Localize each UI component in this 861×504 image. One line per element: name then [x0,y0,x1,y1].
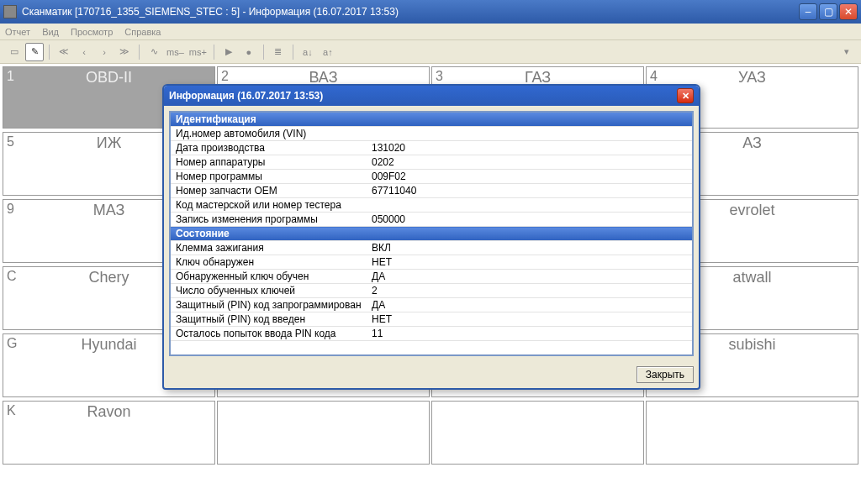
toolbar-first-icon[interactable]: ≪ [55,43,73,61]
info-key: Ид.номер автомобиля (VIN) [170,127,372,141]
info-value: НЕТ [372,255,693,270]
toolbar-right-icon[interactable]: ▾ [837,43,856,61]
brand-cell[interactable] [431,401,644,465]
toolbar-last-icon[interactable]: ≫ [115,43,134,61]
toolbar: ▭ ✎ ≪ ‹ › ≫ ∿ ms– ms+ ▶ ● ≣ a↓ a↑ ▾ [0,40,861,64]
dialog-titlebar: Информация (16.07.2017 13:53) ✕ [164,86,699,106]
toolbar-list-icon[interactable]: ≣ [269,43,288,61]
toolbar-separator [293,45,293,60]
info-table: Идентификация Ид.номер автомобиля (VIN)Д… [169,111,694,356]
info-key: Номер программы [170,170,372,184]
info-value: 11 [372,327,693,341]
toolbar-prev-icon[interactable]: ‹ [75,43,93,61]
toolbar-ms-minus-icon[interactable]: ms– [165,43,186,61]
toolbar-edit-icon[interactable]: ✎ [25,43,44,61]
info-key: Номер запчасти OEM [170,184,372,198]
app-icon [3,5,17,18]
info-key: Число обученных ключей [170,284,372,298]
info-value: 2 [372,284,693,298]
brand-cell[interactable] [646,401,858,465]
toolbar-play-icon[interactable]: ▶ [219,43,238,61]
window-close-button[interactable]: ✕ [839,3,858,20]
info-value [372,198,693,213]
toolbar-separator [49,45,50,60]
info-key: Код мастерской или номер тестера [170,198,372,213]
toolbar-separator [214,45,214,60]
toolbar-ms-plus-icon[interactable]: ms+ [188,43,209,61]
info-value: ДА [372,298,693,312]
info-key: Защитный (PIN) код запрограммирован [170,298,372,312]
info-row: Номер запчасти OEM 67711040 [170,184,693,198]
dialog-close-icon[interactable]: ✕ [677,88,694,103]
info-value: ВКЛ [372,241,693,255]
window-titlebar: Сканматик [170716_1355_SIEMENS_STEC : 5]… [0,0,861,24]
dialog-body: Идентификация Ид.номер автомобиля (VIN)Д… [164,106,699,361]
info-key: Запись изменения программы [170,213,372,227]
menu-report[interactable]: Отчет [5,27,30,37]
menu-help[interactable]: Справка [124,27,161,37]
info-value: 67711040 [372,184,693,198]
info-row: Номер программы009F02 [170,170,693,184]
info-row: Защитный (PIN) код введенНЕТ [170,312,693,327]
section-header-ident: Идентификация [170,112,693,127]
info-value [372,127,693,141]
info-row: Ид.номер автомобиля (VIN) [170,127,693,141]
info-row: Защитный (PIN) код запрограммированДА [170,298,693,312]
info-row: Дата производства131020 [170,141,693,155]
minimize-button[interactable]: – [799,3,817,20]
maximize-button[interactable]: ▢ [819,3,837,20]
info-key: Обнаруженный ключ обучен [170,270,372,284]
toolbar-font-inc-icon[interactable]: a↑ [319,43,337,61]
dialog-footer: Закрыть [164,361,699,388]
info-key: Клемма зажигания [170,241,372,255]
info-row: Клемма зажиганияВКЛ [170,241,693,255]
info-value: 0202 [372,155,693,170]
info-key: Ключ обнаружен [170,255,372,270]
window-title: Сканматик [170716_1355_SIEMENS_STEC : 5]… [22,6,797,18]
info-value: 131020 [372,141,693,155]
info-row: Обнаруженный ключ обученДА [170,270,693,284]
info-row: Код мастерской или номер тестера [170,198,693,213]
toolbar-doc-icon[interactable]: ▭ [5,43,24,61]
info-dialog: Информация (16.07.2017 13:53) ✕ Идентифи… [162,84,700,390]
toolbar-wave-icon[interactable]: ∿ [145,43,163,61]
menu-browse[interactable]: Просмотр [71,27,113,37]
section-header-state: Состояние [170,227,693,241]
toolbar-next-icon[interactable]: › [95,43,114,61]
toolbar-record-icon[interactable]: ● [240,43,258,61]
ms-label: ms [166,47,179,57]
ms-label: ms [189,47,202,57]
info-value: 009F02 [372,170,693,184]
toolbar-font-dec-icon[interactable]: a↓ [298,43,317,61]
info-row: Запись изменения программы050000 [170,213,693,227]
info-key: Дата производства [170,141,372,155]
cell-label: Ravon [3,403,214,421]
info-key: Осталось попыток ввода PIN кода [170,327,372,341]
toolbar-separator [139,45,140,60]
close-button[interactable]: Закрыть [637,366,694,383]
info-row: Число обученных ключей2 [170,284,693,298]
info-row: Номер аппаратуры0202 [170,155,693,170]
menu-bar: Отчет Вид Просмотр Справка [0,24,861,40]
toolbar-separator [263,45,264,60]
info-value: ДА [372,270,693,284]
info-key: Номер аппаратуры [170,155,372,170]
info-row: Осталось попыток ввода PIN кода11 [170,327,693,341]
menu-view[interactable]: Вид [42,27,59,37]
brand-cell[interactable]: KRavon [3,401,215,465]
info-blank-area [170,341,693,355]
info-value: 050000 [372,213,693,227]
info-key: Защитный (PIN) код введен [170,312,372,327]
dialog-title: Информация (16.07.2017 13:53) [169,90,677,102]
brand-cell[interactable] [217,401,430,465]
info-row: Ключ обнаруженНЕТ [170,255,693,270]
info-value: НЕТ [372,312,693,327]
